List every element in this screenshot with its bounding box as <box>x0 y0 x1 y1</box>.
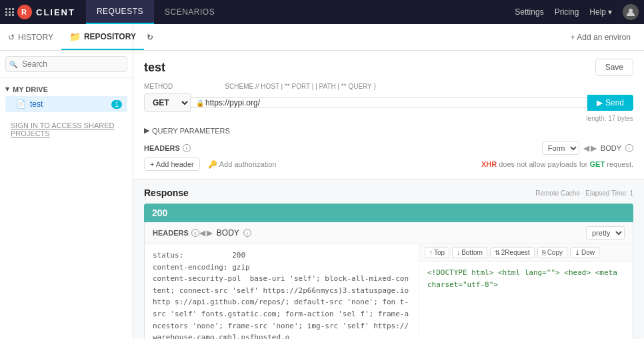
arrow-left-icon: ◀ <box>583 143 589 153</box>
method-label: METHOD <box>144 83 173 90</box>
my-drive-section: ▾ MY DRIVE 📄 test 1 <box>0 78 133 116</box>
response-headers-row: HEADERS i ◀ ▶ BODY i pretty <box>145 222 633 244</box>
bottom-button[interactable]: ↓ Bottom <box>452 247 487 258</box>
search-box <box>0 51 133 78</box>
remote-cache-info: Remote Cache · Elapsed Time: 1 <box>535 190 633 197</box>
url-input[interactable] <box>205 98 581 107</box>
copy-button[interactable]: ⎘ Copy <box>537 247 567 258</box>
app-logo: R CLIENT <box>17 5 75 19</box>
save-button[interactable]: Save <box>595 59 633 76</box>
response-body-info-icon[interactable]: i <box>243 229 251 237</box>
nav-tab-requests[interactable]: REQUESTS <box>86 0 154 24</box>
headers-label: HEADERS i <box>144 144 191 152</box>
query-params-toggle[interactable]: ▶ QUERY PARAMETERS <box>144 125 230 136</box>
response-header: Response Remote Cache · Elapsed Time: 1 <box>144 188 633 198</box>
chevron-down-icon: ▾ <box>5 85 9 93</box>
arrow-right-icon: ▶ <box>591 143 597 153</box>
toolbar-left: ↺ HISTORY 📁 REPOSITORY ↻ <box>0 24 133 50</box>
response-actions: ↑ Top ↓ Bottom ⇅ 2Request <box>419 244 633 262</box>
sign-in-link[interactable]: SIGN IN TO ACCESS SHARED PROJECTS <box>0 116 133 143</box>
copy-icon: ⎘ <box>542 249 546 256</box>
download-button[interactable]: ⤓ Dow <box>570 247 599 258</box>
app-title: CLIENT <box>36 7 75 17</box>
repository-icon: 📁 <box>69 31 81 42</box>
sidebar-item-label: test <box>30 99 43 109</box>
request-title-row: test Save <box>144 59 633 76</box>
add-auth-button[interactable]: 🔑 Add authorization <box>208 160 277 169</box>
body-toggle: Form ◀ ▶ BODY i <box>542 141 633 155</box>
settings-link[interactable]: Settings <box>515 7 543 17</box>
logo-circle: R <box>17 5 32 19</box>
toolbar: ↺ HISTORY 📁 REPOSITORY ↻ + Add an enviro… <box>0 24 644 51</box>
add-environment-button[interactable]: + Add an environ <box>565 30 636 45</box>
body-info-icon[interactable]: i <box>625 144 633 152</box>
response-body-label: BODY <box>217 228 239 238</box>
response-body: HEADERS i ◀ ▶ BODY i pretty <box>144 222 633 339</box>
response-headers-info-icon[interactable]: i <box>191 229 199 237</box>
sidebar-item-test[interactable]: 📄 test 1 <box>5 96 127 112</box>
response-body-content: <!DOCTYPE html> <html lang=""> <head> <m… <box>419 262 633 296</box>
top-button[interactable]: ↑ Top <box>425 247 449 258</box>
request-title: test <box>144 61 165 75</box>
send-button[interactable]: ▶ Send <box>587 95 633 111</box>
toolbar-right: + Add an environ <box>133 30 644 45</box>
history-button[interactable]: ↺ HISTORY <box>0 24 61 50</box>
form-select[interactable]: Form <box>542 141 579 155</box>
history-label: HISTORY <box>18 33 53 42</box>
status-code-bar: 200 <box>144 204 633 222</box>
search-wrap <box>5 56 127 72</box>
send-icon: ▶ <box>597 98 603 107</box>
xhr-notice: XHR does not allow payloads for GET requ… <box>481 159 633 169</box>
item-badge: 1 <box>111 100 122 109</box>
repository-label: REPOSITORY <box>84 32 136 41</box>
pricing-link[interactable]: Pricing <box>555 7 579 17</box>
search-input[interactable] <box>5 56 127 72</box>
toggle-arrows[interactable]: ◀ ▶ <box>583 143 597 153</box>
nav-tab-scenarios[interactable]: SCENARIOS <box>154 0 225 24</box>
response-section: Response Remote Cache · Elapsed Time: 1 … <box>133 180 644 339</box>
request-icon: ⇅ <box>495 249 500 256</box>
response-right-controls: pretty <box>586 226 625 240</box>
action-row: + Add header 🔑 Add authorization XHR doe… <box>144 157 633 171</box>
response-headers-content: status: 200 content-encoding: gzip conte… <box>145 244 419 339</box>
help-button[interactable]: Help ▾ <box>589 7 612 17</box>
arrow-up-icon: ↑ <box>429 249 433 256</box>
my-drive-label: MY DRIVE <box>13 85 48 93</box>
add-header-button[interactable]: + Add header <box>144 157 200 171</box>
my-drive-header[interactable]: ▾ MY DRIVE <box>5 82 127 96</box>
main-layout: ▾ MY DRIVE 📄 test 1 SIGN IN TO ACCESS SH… <box>0 51 644 339</box>
history-icon: ↺ <box>8 33 15 42</box>
pretty-select[interactable]: pretty <box>586 226 625 240</box>
response-headers-label: HEADERS i <box>153 229 199 237</box>
response-right-panel: ↑ Top ↓ Bottom ⇅ 2Request <box>419 244 633 339</box>
download-icon: ⤓ <box>575 249 580 256</box>
repository-button[interactable]: 📁 REPOSITORY <box>61 24 144 50</box>
arrow-down-icon: ↓ <box>457 249 460 256</box>
navbar: R CLIENT REQUESTS SCENARIOS Settings Pri… <box>0 0 644 24</box>
2request-button[interactable]: ⇅ 2Request <box>490 247 535 258</box>
response-toggle-arrows[interactable]: ◀ ▶ <box>199 228 213 238</box>
lock-icon: 🔒 <box>196 99 204 107</box>
file-icon: 📄 <box>16 99 26 109</box>
sidebar: ▾ MY DRIVE 📄 test 1 SIGN IN TO ACCESS SH… <box>0 51 133 339</box>
length-info: length: 17 bytes <box>144 115 633 122</box>
url-label: SCHEME // HOST | ** PORT | | PATH | ** Q… <box>225 83 375 90</box>
request-section: test Save METHOD SCHEME // HOST | ** POR… <box>133 51 644 180</box>
labels-row: METHOD SCHEME // HOST | ** PORT | | PATH… <box>144 83 633 91</box>
url-row: GET 🔒 ▶ Send <box>144 93 633 112</box>
content-area: test Save METHOD SCHEME // HOST | ** POR… <box>133 51 644 339</box>
key-icon: 🔑 <box>208 160 217 169</box>
arrow-left-icon: ◀ <box>199 228 205 238</box>
avatar[interactable] <box>623 4 639 20</box>
response-header-controls: ◀ ▶ BODY i <box>199 228 251 238</box>
response-content: status: 200 content-encoding: gzip conte… <box>145 244 633 339</box>
chevron-right-icon: ▶ <box>144 126 149 135</box>
nav-right: Settings Pricing Help ▾ <box>515 4 639 20</box>
grid-icon <box>5 8 15 16</box>
method-select[interactable]: GET <box>144 93 191 112</box>
headers-info-icon[interactable]: i <box>183 144 191 152</box>
body-label: BODY <box>601 144 621 152</box>
response-title: Response <box>144 188 189 198</box>
headers-section-row: HEADERS i Form ◀ ▶ BODY i <box>144 141 633 155</box>
chevron-down-icon: ▾ <box>608 7 612 17</box>
